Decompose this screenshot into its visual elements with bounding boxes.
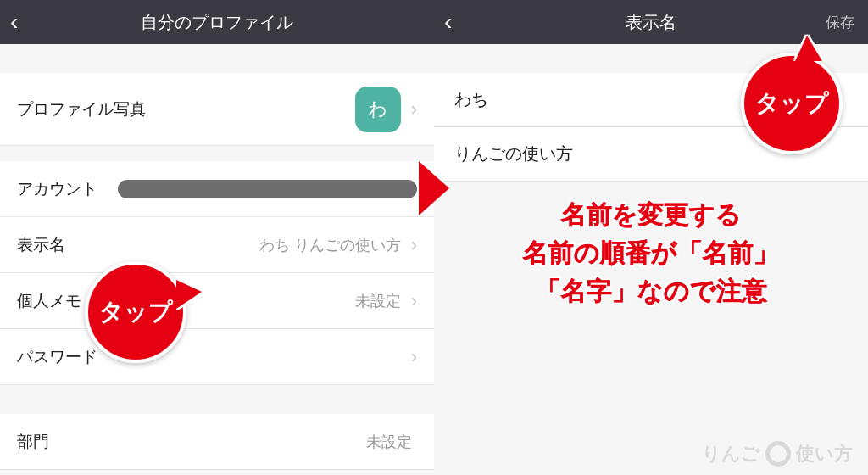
display-name-value: わち りんごの使い方: [65, 235, 406, 255]
first-name-value: わち: [454, 90, 488, 109]
watermark-text-right: 使い方: [796, 441, 853, 467]
back-icon[interactable]: ‹: [10, 10, 18, 34]
row-memo[interactable]: 個人メモ 未設定 ›: [0, 273, 434, 329]
chevron-right-icon: ›: [411, 98, 417, 120]
tap-label: タップ: [99, 296, 173, 328]
department-label: 部門: [17, 431, 49, 453]
caption-line-3: 「名字」なので注意: [451, 271, 851, 310]
caption-line-2: 名前の順番が「名前」: [451, 233, 851, 271]
row-password[interactable]: パスワード ›: [0, 329, 434, 385]
password-label: パスワード: [17, 346, 97, 368]
spacer: [0, 44, 434, 73]
instruction-caption: 名前を変更する 名前の順番が「名前」 「名字」なので注意: [434, 195, 868, 310]
display-name-label: 表示名: [17, 234, 65, 256]
redacted-account-value: [118, 180, 417, 198]
profile-photo-label: プロファイル写真: [17, 98, 146, 120]
watermark-text-left: りんご: [702, 441, 760, 467]
screen-profile: ‹ 自分のプロファイル プロファイル写真 わ › アカウント 表示名 わち りん…: [0, 0, 434, 475]
chevron-right-icon: ›: [411, 346, 417, 368]
tap-callout-left: タップ: [85, 261, 186, 363]
chevron-right-icon: ›: [411, 290, 417, 312]
header-left: ‹ 自分のプロファイル: [0, 0, 434, 44]
screen-edit-name: ‹ 表示名 保存 わち りんごの使い方 名前を変更する 名前の順番が「名前」 「…: [434, 0, 868, 475]
speech-tail-icon: [795, 36, 822, 61]
memo-label: 個人メモ: [17, 290, 81, 312]
header-title-left: 自分のプロファイル: [141, 11, 293, 34]
ring-icon: [765, 441, 791, 467]
department-value: 未設定: [49, 432, 417, 452]
account-label: アカウント: [17, 178, 97, 200]
row-display-name[interactable]: 表示名 わち りんごの使い方 ›: [0, 217, 434, 273]
last-name-value: りんごの使い方: [454, 144, 573, 163]
chevron-right-icon: ›: [411, 234, 417, 256]
header-title-right: 表示名: [626, 11, 676, 34]
arrow-right-icon: [419, 161, 449, 215]
tap-callout-right: タップ: [741, 53, 843, 154]
avatar-char: わ: [368, 97, 387, 122]
tap-label: タップ: [755, 87, 829, 120]
row-account[interactable]: アカウント: [0, 161, 434, 217]
caption-line-1: 名前を変更する: [451, 195, 851, 233]
speech-tail-icon: [176, 280, 202, 309]
row-profile-photo[interactable]: プロファイル写真 わ ›: [0, 73, 434, 146]
save-button[interactable]: 保存: [826, 13, 854, 32]
back-icon[interactable]: ‹: [444, 10, 452, 34]
watermark: りんご 使い方: [702, 441, 853, 467]
section-gap: [0, 385, 434, 414]
avatar[interactable]: わ: [355, 87, 401, 132]
row-department[interactable]: 部門 未設定: [0, 414, 434, 470]
